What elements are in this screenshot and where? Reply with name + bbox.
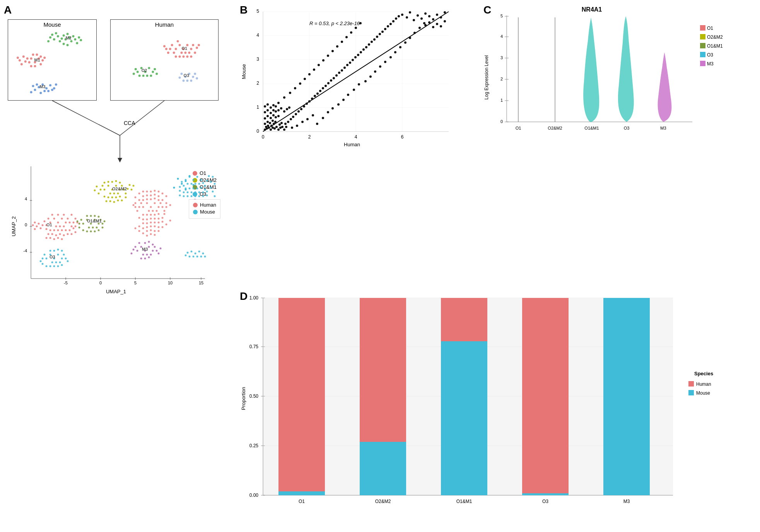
svg-point-426 (196, 256, 198, 258)
svg-point-553 (337, 103, 340, 106)
human-umap-box: Human (110, 19, 219, 101)
svg-point-462 (270, 128, 272, 131)
panel-d: D 0.00 0.25 0.50 0.75 1.00 Proportion (240, 290, 758, 526)
svg-point-90 (155, 73, 158, 75)
svg-point-547 (306, 118, 309, 120)
svg-point-601 (399, 46, 401, 48)
svg-point-246 (61, 258, 63, 260)
svg-point-315 (158, 213, 160, 215)
svg-text:5: 5 (256, 9, 259, 14)
svg-point-589 (428, 21, 430, 24)
human-umap-canvas: O1 O2 (111, 28, 218, 99)
svg-text:1: 1 (500, 98, 503, 103)
svg-point-414 (208, 175, 210, 177)
svg-point-376 (169, 220, 171, 222)
svg-point-420 (214, 195, 216, 197)
svg-point-524 (346, 64, 348, 66)
svg-point-174 (71, 233, 73, 235)
svg-point-390 (206, 180, 208, 182)
svg-point-170 (71, 214, 73, 216)
svg-point-12 (74, 38, 76, 41)
svg-point-386 (202, 182, 204, 184)
svg-point-474 (283, 128, 285, 131)
svg-point-579 (413, 19, 415, 21)
svg-rect-666 (441, 298, 487, 341)
svg-point-401 (198, 192, 200, 193)
svg-point-542 (395, 17, 397, 20)
svg-point-249 (51, 262, 53, 263)
svg-point-14 (47, 40, 50, 43)
svg-point-96 (181, 73, 183, 75)
svg-point-546 (301, 121, 304, 123)
svg-rect-672 (603, 298, 650, 495)
svg-point-416 (212, 176, 214, 178)
svg-point-570 (336, 45, 338, 48)
svg-point-493 (266, 103, 269, 106)
svg-point-142 (51, 214, 53, 216)
svg-text:O2&M2: O2&M2 (707, 34, 723, 40)
svg-point-137 (67, 218, 69, 220)
svg-point-259 (50, 265, 51, 267)
svg-point-241 (104, 221, 106, 222)
svg-point-50 (32, 85, 34, 87)
svg-text:O3: O3 (542, 499, 548, 504)
svg-point-222 (92, 227, 94, 229)
svg-text:0.25: 0.25 (249, 443, 259, 448)
svg-point-531 (365, 46, 367, 48)
svg-point-371 (142, 233, 144, 234)
svg-point-428 (200, 256, 202, 258)
svg-point-24 (32, 53, 34, 56)
svg-point-592 (440, 25, 442, 27)
svg-point-151 (46, 228, 48, 230)
mouse-title: Mouse (8, 20, 96, 28)
svg-point-490 (272, 109, 275, 111)
svg-point-548 (312, 114, 314, 116)
svg-point-549 (316, 123, 318, 125)
svg-point-309 (138, 206, 140, 208)
svg-point-485 (275, 116, 277, 118)
svg-point-237 (82, 229, 84, 231)
mouse-umap-box: Mouse (8, 19, 97, 101)
svg-point-232 (86, 215, 88, 217)
svg-point-47 (43, 90, 46, 92)
svg-point-162 (38, 223, 40, 225)
svg-point-130 (61, 218, 63, 220)
svg-point-102 (179, 77, 181, 79)
svg-point-333 (138, 199, 140, 201)
svg-point-261 (61, 264, 63, 266)
svg-point-250 (59, 262, 61, 263)
svg-point-529 (360, 51, 362, 53)
svg-point-501 (288, 106, 290, 109)
svg-point-99 (182, 80, 184, 82)
svg-point-378 (189, 176, 191, 178)
svg-point-146 (61, 229, 63, 231)
svg-point-163 (40, 228, 42, 229)
svg-point-254 (42, 258, 44, 260)
svg-point-306 (160, 202, 162, 204)
svg-point-481 (264, 117, 266, 120)
svg-point-55 (175, 48, 177, 50)
svg-point-209 (94, 190, 96, 192)
svg-point-374 (162, 226, 164, 228)
svg-point-44 (53, 87, 55, 89)
svg-point-0 (53, 38, 55, 41)
svg-point-73 (167, 51, 169, 54)
svg-point-228 (79, 223, 80, 225)
cca-label: CCA (124, 120, 135, 126)
svg-point-353 (154, 222, 156, 224)
svg-text:O3: O3 (183, 73, 189, 78)
svg-text:O1: O1 (46, 222, 52, 227)
svg-point-563 (304, 78, 306, 80)
svg-point-389 (204, 185, 206, 187)
svg-point-36 (19, 59, 21, 62)
svg-point-396 (204, 189, 206, 191)
svg-point-526 (352, 59, 354, 61)
svg-text:10: 10 (168, 281, 172, 285)
svg-point-46 (36, 83, 38, 86)
svg-point-540 (389, 23, 392, 25)
svg-point-566 (318, 64, 320, 66)
svg-point-573 (350, 31, 352, 34)
svg-point-329 (146, 198, 148, 200)
svg-point-257 (53, 265, 55, 267)
svg-point-48 (47, 90, 50, 92)
